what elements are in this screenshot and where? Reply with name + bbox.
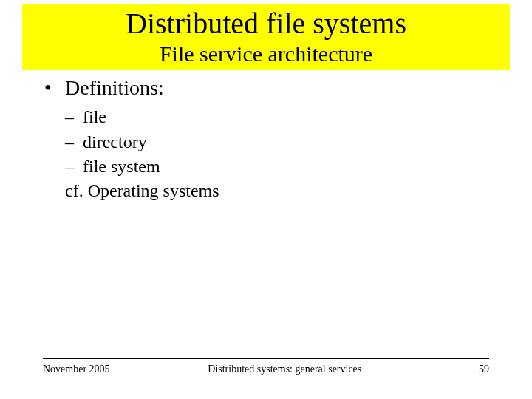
title-block: Distributed file systems File service ar… — [22, 4, 510, 70]
footer-date: November 2005 — [43, 364, 110, 375]
bullet-level2: file system — [65, 155, 488, 178]
slide-subtitle: File service architecture — [22, 41, 510, 66]
footer-page-number: 59 — [460, 364, 489, 375]
bullet-level1: Definitions: — [44, 75, 488, 101]
slide-footer: November 2005 Distributed systems: gener… — [0, 358, 532, 375]
bullet-level2: file — [65, 106, 488, 129]
bullet-sublist: file directory file system cf. Operating… — [65, 106, 488, 202]
slide-title: Distributed file systems — [22, 7, 510, 40]
footer-row: November 2005 Distributed systems: gener… — [0, 364, 532, 375]
footer-title: Distributed systems: general services — [110, 364, 460, 375]
slide-body: Definitions: file directory file system … — [44, 75, 488, 202]
footer-divider — [43, 358, 489, 359]
bullet-level2-plain: cf. Operating systems — [65, 180, 488, 202]
bullet-level2: directory — [65, 131, 488, 154]
